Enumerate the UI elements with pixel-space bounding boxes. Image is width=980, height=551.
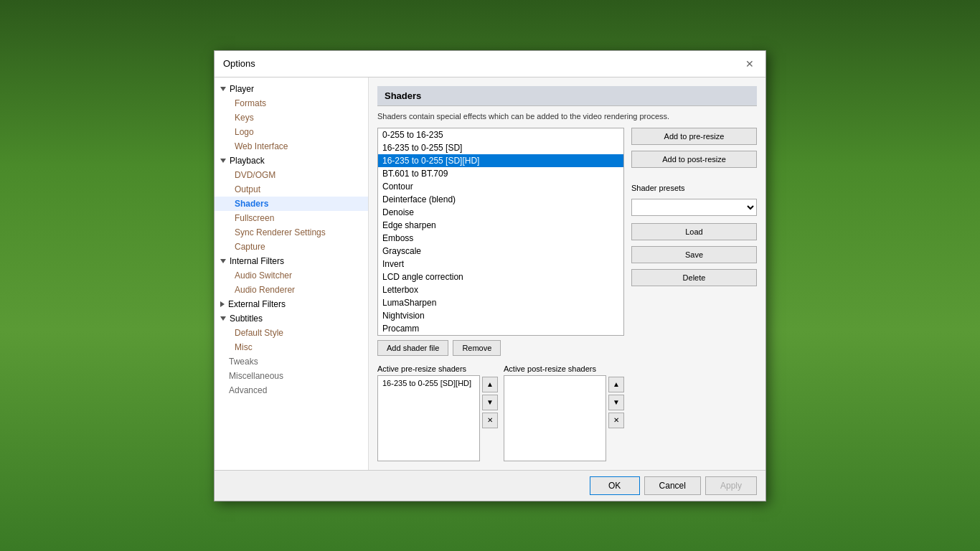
sidebar-item-player-label: Player bbox=[230, 84, 254, 94]
list-item[interactable]: Denoise bbox=[378, 206, 623, 219]
chevron-down-icon bbox=[220, 159, 226, 163]
content-header: Shaders bbox=[377, 86, 757, 106]
remove-button[interactable]: Remove bbox=[453, 340, 501, 356]
active-pre-resize-list[interactable]: 16-235 to 0-255 [SD][HD] bbox=[377, 375, 480, 461]
list-item[interactable]: 16-235 to 0-255 [SD][HD] bbox=[378, 154, 623, 167]
dialog-body: Player Formats Keys Logo Web Interface bbox=[215, 77, 765, 470]
list-item[interactable]: Grayscale bbox=[378, 245, 623, 258]
sidebar-item-formats-label: Formats bbox=[235, 98, 266, 108]
chevron-down-icon bbox=[220, 259, 226, 263]
list-item[interactable]: Edge sharpen bbox=[378, 219, 623, 232]
sidebar-item-advanced[interactable]: Advanced bbox=[215, 383, 368, 397]
sidebar-item-misc[interactable]: Misc bbox=[215, 340, 368, 354]
sidebar-item-web-interface-label: Web Interface bbox=[235, 141, 288, 151]
sidebar-item-player[interactable]: Player bbox=[215, 82, 368, 96]
post-resize-down-button[interactable]: ▼ bbox=[608, 395, 624, 410]
shader-buttons: Add shader file Remove bbox=[377, 340, 624, 356]
sidebar-item-sync-renderer[interactable]: Sync Renderer Settings bbox=[215, 225, 368, 240]
list-item[interactable]: BT.601 to BT.709 bbox=[378, 167, 623, 180]
content-title: Shaders bbox=[385, 90, 421, 101]
chevron-down-icon bbox=[220, 87, 226, 91]
list-item[interactable]: Letterbox bbox=[378, 283, 623, 296]
sidebar-item-logo-label: Logo bbox=[235, 127, 254, 137]
pre-resize-order-buttons: ▲ ▼ ✕ bbox=[482, 375, 498, 461]
sidebar-item-sync-renderer-label: Sync Renderer Settings bbox=[235, 227, 326, 237]
list-item[interactable]: Invert bbox=[378, 258, 623, 270]
active-pre-resize-col: Active pre-resize shaders 16-235 to 0-25… bbox=[377, 364, 498, 461]
dialog-titlebar: Options ✕ bbox=[215, 51, 765, 77]
apply-button[interactable]: Apply bbox=[705, 476, 757, 495]
sidebar-item-audio-renderer-label: Audio Renderer bbox=[235, 285, 295, 295]
cancel-button[interactable]: Cancel bbox=[644, 476, 701, 495]
sidebar-item-dvd-ogm[interactable]: DVD/OGM bbox=[215, 168, 368, 182]
list-item[interactable]: LumaSharpen bbox=[378, 296, 623, 309]
sidebar-item-shaders[interactable]: Shaders bbox=[215, 197, 368, 211]
save-button[interactable]: Save bbox=[631, 246, 757, 263]
add-shader-file-button[interactable]: Add shader file bbox=[377, 340, 448, 356]
sidebar-item-advanced-label: Advanced bbox=[229, 385, 267, 395]
shaders-main: 0-255 to 16-235 16-235 to 0-255 [SD] 16-… bbox=[377, 128, 757, 461]
sidebar-item-external-filters-label: External Filters bbox=[228, 299, 286, 309]
active-pre-resize-label: Active pre-resize shaders bbox=[377, 364, 498, 373]
active-pre-resize-inner: 16-235 to 0-255 [SD][HD] ▲ ▼ ✕ bbox=[377, 375, 498, 461]
ok-button[interactable]: OK bbox=[590, 476, 640, 495]
list-item[interactable]: Procamm bbox=[378, 322, 623, 335]
sidebar-item-capture[interactable]: Capture bbox=[215, 240, 368, 254]
sidebar-item-playback[interactable]: Playback bbox=[215, 154, 368, 168]
close-button[interactable]: ✕ bbox=[743, 57, 757, 71]
list-item[interactable]: LCD angle correction bbox=[378, 270, 623, 283]
sidebar-item-web-interface[interactable]: Web Interface bbox=[215, 139, 368, 154]
shader-presets-label: Shader presets bbox=[631, 184, 757, 192]
sidebar-item-default-style[interactable]: Default Style bbox=[215, 326, 368, 340]
sidebar-item-default-style-label: Default Style bbox=[235, 328, 283, 338]
list-item[interactable]: 16-235 to 0-255 [SD] bbox=[378, 141, 623, 154]
sidebar-item-internal-filters-label: Internal Filters bbox=[230, 256, 284, 266]
list-item[interactable]: 0-255 to 16-235 bbox=[378, 128, 623, 141]
content-panel: Shaders Shaders contain special effects … bbox=[369, 77, 765, 470]
shader-list[interactable]: 0-255 to 16-235 16-235 to 0-255 [SD] 16-… bbox=[377, 128, 624, 336]
sidebar-item-output[interactable]: Output bbox=[215, 182, 368, 197]
list-item[interactable]: Contour bbox=[378, 180, 623, 193]
dialog-footer: OK Cancel Apply bbox=[215, 470, 765, 501]
load-button[interactable]: Load bbox=[631, 223, 757, 240]
sidebar-item-tweaks[interactable]: Tweaks bbox=[215, 354, 368, 369]
sidebar-item-external-filters[interactable]: External Filters bbox=[215, 297, 368, 311]
sidebar-item-miscellaneous[interactable]: Miscellaneous bbox=[215, 369, 368, 383]
shaders-right: Add to pre-resize Add to post-resize Sha… bbox=[631, 128, 757, 461]
sidebar-item-logo[interactable]: Logo bbox=[215, 125, 368, 139]
add-to-pre-resize-button[interactable]: Add to pre-resize bbox=[631, 128, 757, 145]
delete-button[interactable]: Delete bbox=[631, 269, 757, 286]
add-to-post-resize-button[interactable]: Add to post-resize bbox=[631, 151, 757, 168]
post-resize-delete-button[interactable]: ✕ bbox=[608, 413, 624, 428]
post-resize-up-button[interactable]: ▲ bbox=[608, 377, 624, 392]
active-post-resize-label: Active post-resize shaders bbox=[504, 364, 624, 373]
dialog-title: Options bbox=[223, 58, 255, 69]
pre-resize-up-button[interactable]: ▲ bbox=[482, 377, 498, 392]
list-item[interactable]: Emboss bbox=[378, 232, 623, 245]
active-shaders-row: Active pre-resize shaders 16-235 to 0-25… bbox=[377, 364, 624, 461]
sidebar-item-formats[interactable]: Formats bbox=[215, 96, 368, 110]
preset-select[interactable] bbox=[631, 199, 757, 216]
list-item[interactable]: Deinterface (blend) bbox=[378, 193, 623, 206]
sidebar-item-internal-filters[interactable]: Internal Filters bbox=[215, 254, 368, 268]
chevron-down-icon bbox=[220, 316, 226, 321]
pre-resize-down-button[interactable]: ▼ bbox=[482, 395, 498, 410]
sidebar-item-audio-renderer[interactable]: Audio Renderer bbox=[215, 283, 368, 297]
content-description: Shaders contain special effects which ca… bbox=[377, 112, 757, 121]
pre-resize-delete-button[interactable]: ✕ bbox=[482, 413, 498, 428]
sidebar-item-subtitles-label: Subtitles bbox=[230, 314, 263, 324]
chevron-right-icon bbox=[220, 301, 225, 307]
list-item[interactable]: 16-235 to 0-255 [SD][HD] bbox=[380, 377, 478, 389]
sidebar-item-fullscreen[interactable]: Fullscreen bbox=[215, 211, 368, 225]
sidebar-item-keys[interactable]: Keys bbox=[215, 110, 368, 125]
options-dialog: Options ✕ Player Formats Keys Logo bbox=[214, 50, 766, 501]
sidebar-item-misc-label: Misc bbox=[235, 342, 253, 352]
sidebar-item-shaders-label: Shaders bbox=[235, 199, 268, 209]
active-post-resize-list[interactable] bbox=[504, 375, 606, 461]
sidebar-item-subtitles[interactable]: Subtitles bbox=[215, 311, 368, 326]
sidebar-item-tweaks-label: Tweaks bbox=[229, 357, 258, 367]
sidebar-item-keys-label: Keys bbox=[235, 113, 254, 123]
shaders-left: 0-255 to 16-235 16-235 to 0-255 [SD] 16-… bbox=[377, 128, 624, 461]
list-item[interactable]: Nightvision bbox=[378, 309, 623, 322]
sidebar-item-audio-switcher[interactable]: Audio Switcher bbox=[215, 268, 368, 283]
